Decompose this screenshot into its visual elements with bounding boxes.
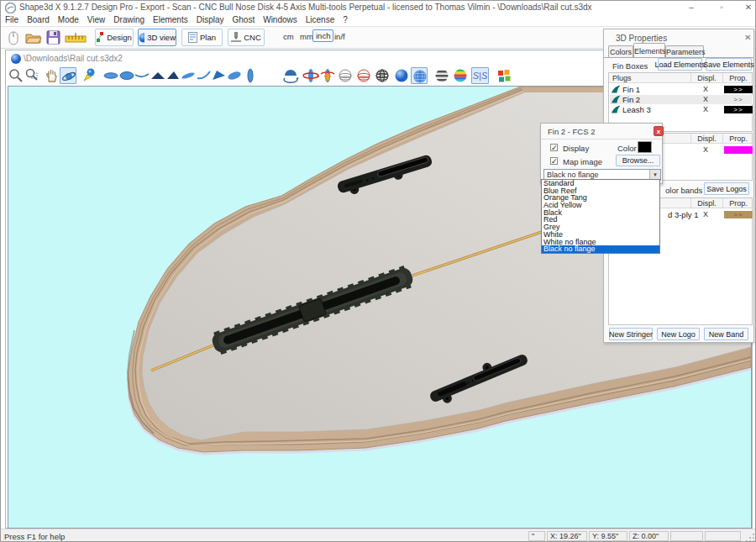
fin-icon xyxy=(612,85,621,93)
menu-ghost[interactable]: Ghost xyxy=(228,14,260,26)
option-standard[interactable]: Standard xyxy=(542,180,659,187)
option-white-no-flange[interactable]: White no flange xyxy=(542,239,659,246)
option-acid-yellow[interactable]: Acid Yellow xyxy=(542,202,659,209)
view-top-icon[interactable] xyxy=(102,67,119,84)
view-persp3-icon[interactable] xyxy=(211,67,228,84)
map-image-checkbox[interactable]: ✓ xyxy=(550,157,558,165)
load-elements-button[interactable]: Load Elements xyxy=(658,58,702,71)
display-checkbox[interactable]: ✓ xyxy=(550,144,558,151)
display-label: Display xyxy=(563,144,589,153)
status-unit: " xyxy=(528,531,545,541)
option-grey[interactable]: Grey xyxy=(542,224,659,231)
dialog-close-button[interactable]: x xyxy=(654,126,664,136)
menu-help[interactable]: ? xyxy=(339,14,352,26)
plan-label: Plan xyxy=(200,33,216,42)
unit-inch[interactable]: inch xyxy=(312,29,333,42)
fin-icon xyxy=(612,95,621,103)
tab-parameters[interactable]: Parameters xyxy=(665,45,704,57)
view-section2-icon[interactable] xyxy=(165,67,181,84)
plugs-header: Plugs Displ. Prop. xyxy=(609,73,752,83)
status-y: Y: 9.55" xyxy=(589,531,627,541)
view-persp2-icon[interactable] xyxy=(196,67,213,84)
view-side-icon[interactable] xyxy=(134,67,150,84)
view-persp1-icon[interactable] xyxy=(180,67,197,84)
design-button[interactable]: Design xyxy=(95,29,134,46)
option-white[interactable]: White xyxy=(542,231,659,239)
menu-display[interactable]: Display xyxy=(192,14,228,26)
flip-board-icon[interactable] xyxy=(319,67,336,84)
app-window: Shape3d X 9.1.2.7 Design Pro - Export - … xyxy=(0,0,756,542)
save-elements-button[interactable]: Save Elements xyxy=(706,58,752,71)
view-bottom-icon[interactable] xyxy=(118,67,135,84)
new-logo-button[interactable]: New Logo xyxy=(657,328,700,340)
status-bar: Press F1 for help " X: 19.26" Y: 9.55" Z… xyxy=(1,529,756,542)
fin-icon xyxy=(612,105,621,113)
menu-view[interactable]: View xyxy=(83,14,110,26)
cnc-icon xyxy=(231,32,241,43)
view-section1-icon[interactable] xyxy=(150,67,166,84)
option-orange-tang[interactable]: Orange Tang xyxy=(542,194,659,202)
option-red[interactable]: Red xyxy=(542,216,659,224)
view-persp4-icon[interactable] xyxy=(226,67,243,84)
color-swatch[interactable] xyxy=(638,141,652,153)
menu-windows[interactable]: Windows xyxy=(259,14,302,26)
unit-cm[interactable]: cm xyxy=(283,32,294,41)
status-empty-2 xyxy=(705,531,741,541)
render-solid-icon[interactable] xyxy=(393,67,410,84)
status-empty-1 xyxy=(670,531,703,541)
design-label: Design xyxy=(107,33,132,42)
rotate-board-icon[interactable] xyxy=(302,67,319,84)
tab-colors[interactable]: Colors xyxy=(608,45,633,57)
fin-boxes-label: Fin Boxes xyxy=(612,61,648,71)
3d-view-button[interactable]: 3D view xyxy=(138,29,176,46)
open-icon[interactable] xyxy=(25,31,42,45)
plan-button[interactable]: Plan xyxy=(181,29,223,46)
colors-icon[interactable] xyxy=(496,67,512,84)
stripes-color-icon[interactable] xyxy=(452,67,469,84)
panel-close-icon[interactable]: ✕ xyxy=(744,33,751,42)
wireframe-red-icon[interactable] xyxy=(355,67,372,84)
panel-title: 3D Properties xyxy=(616,34,667,43)
new-band-button[interactable]: New Band xyxy=(704,328,748,340)
resize-grip-icon[interactable] xyxy=(745,533,755,542)
light-icon[interactable] xyxy=(81,67,97,84)
stripes-gray-icon[interactable] xyxy=(433,67,450,84)
menu-board[interactable]: Board xyxy=(23,14,54,26)
pan-icon[interactable] xyxy=(44,67,60,84)
cnc-button[interactable]: CNC xyxy=(228,29,265,46)
browse-button[interactable]: Browse... xyxy=(616,155,660,166)
dimensions-icon[interactable] xyxy=(65,32,87,45)
option-black[interactable]: Black xyxy=(542,209,659,217)
menu-mode[interactable]: Mode xyxy=(54,14,83,26)
menu-file[interactable]: File xyxy=(1,14,23,26)
rotate-view-icon[interactable] xyxy=(60,67,76,84)
zoom-icon[interactable] xyxy=(8,67,24,84)
unit-inf[interactable]: in/f xyxy=(334,32,345,41)
save-logos-button[interactable]: Save Logos xyxy=(704,182,749,195)
menu-license[interactable]: License xyxy=(302,14,339,26)
wireframe-icon[interactable] xyxy=(337,67,354,84)
tab-elements[interactable]: Elements xyxy=(633,43,665,57)
new-stringer-button[interactable]: New Stringer xyxy=(609,328,653,340)
minimize-button[interactable]: – xyxy=(683,1,700,13)
unit-mm[interactable]: mm xyxy=(300,32,313,41)
app-logo-icon xyxy=(5,3,16,13)
wireframe-dark-icon[interactable] xyxy=(374,67,391,84)
menu-drawing[interactable]: Drawing xyxy=(109,14,149,26)
title-bar: Shape3d X 9.1.2.7 Design Pro - Export - … xyxy=(1,1,756,14)
s3d-logo-icon[interactable]: S|S xyxy=(471,67,489,84)
render-texture-icon[interactable] xyxy=(411,67,428,84)
menu-elements[interactable]: Elements xyxy=(149,14,192,26)
plan-icon xyxy=(188,32,197,43)
option-blue-reef[interactable]: Blue Reef xyxy=(542,187,659,195)
mouse-icon[interactable] xyxy=(6,29,21,47)
view-front-icon[interactable] xyxy=(243,67,260,84)
maximize-button[interactable]: ▫ xyxy=(713,1,730,13)
document-icon xyxy=(10,53,22,65)
window-title: Shape3d X 9.1.2.7 Design Pro - Export - … xyxy=(19,3,592,12)
save-icon[interactable] xyxy=(46,30,60,45)
close-button[interactable]: ✕ xyxy=(740,1,756,13)
zoom-window-icon[interactable] xyxy=(24,67,41,84)
rotate-dome-icon[interactable] xyxy=(282,67,299,84)
option-black-no-flange[interactable]: Black no flange xyxy=(542,245,659,253)
